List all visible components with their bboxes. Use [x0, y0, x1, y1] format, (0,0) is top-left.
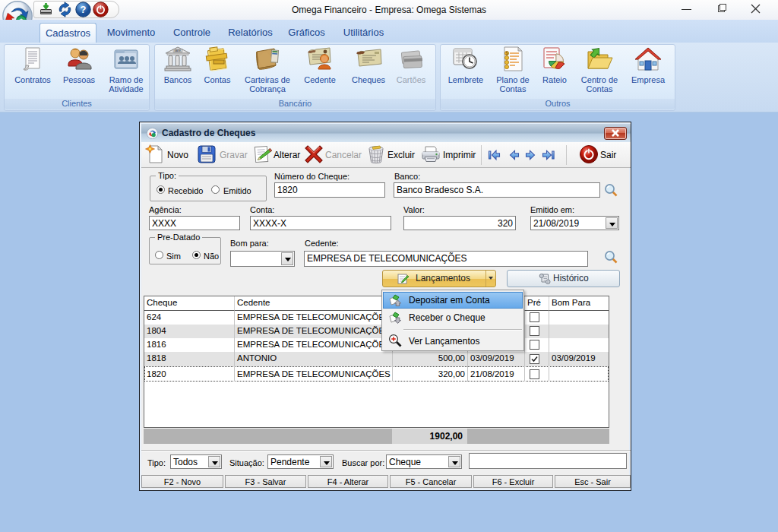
svg-text:?: ?	[81, 4, 87, 15]
svg-text:BANK: BANK	[174, 49, 182, 52]
